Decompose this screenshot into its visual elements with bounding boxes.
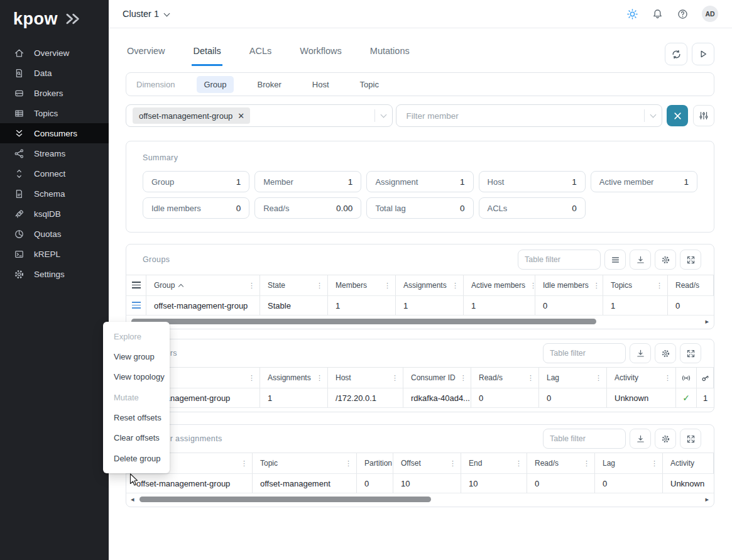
dimension-option-group[interactable]: Group [197, 76, 233, 93]
clear-filters-button[interactable] [667, 105, 688, 126]
members-download-button[interactable] [630, 343, 651, 363]
sidebar-item-schema[interactable]: Schema [0, 184, 109, 204]
groups-col-assignments[interactable]: Assignments⋮ [396, 275, 464, 296]
column-menu-icon[interactable]: ⋮ [248, 282, 255, 290]
column-menu-icon[interactable]: ⋮ [241, 459, 248, 468]
assignments-col-partition[interactable]: Partition [357, 453, 393, 474]
sidebar-item-settings[interactable]: Settings [0, 264, 109, 284]
members-col-consumer-id[interactable]: Consumer ID⋮ [403, 368, 471, 388]
tab-overview[interactable]: Overview [126, 46, 166, 64]
members-col-lag[interactable]: Lag⋮ [539, 368, 607, 388]
refresh-button[interactable] [665, 43, 687, 65]
dimension-option-topic[interactable]: Topic [353, 76, 386, 93]
group-filter-select[interactable]: offset-management-group ✕ [126, 104, 393, 127]
assignments-col-offset[interactable]: Offset⋮ [393, 453, 461, 474]
groups-columns-button[interactable] [604, 250, 626, 270]
members-col-activity[interactable]: Activity⋮ [607, 368, 676, 388]
context-menu-view-group[interactable]: View group [103, 346, 170, 367]
group-row-group[interactable]: offset-management-group [146, 296, 260, 316]
assignments-col-lag[interactable]: Lag⋮ [595, 453, 663, 474]
row-actions-icon[interactable] [132, 302, 141, 309]
groups-table-filter-input[interactable] [518, 250, 601, 270]
groups-download-button[interactable] [630, 250, 651, 270]
members-col-assignments[interactable]: Assignments⋮ [260, 368, 328, 388]
sidebar-item-connect[interactable]: Connect [0, 163, 109, 184]
column-menu-icon[interactable]: ⋮ [595, 374, 602, 382]
scroll-left-arrow[interactable]: ◂ [131, 495, 134, 503]
sidebar-item-quotas[interactable]: Quotas [0, 224, 109, 244]
column-menu-icon[interactable]: ⋮ [460, 374, 467, 382]
column-menu-icon[interactable]: ⋮ [345, 459, 352, 468]
column-menu-icon[interactable]: ⋮ [593, 282, 600, 290]
sidebar-item-streams[interactable]: Streams [0, 143, 109, 163]
sidebar-item-topics[interactable]: Topics [0, 103, 109, 123]
sidebar-item-overview[interactable]: Overview [0, 43, 109, 63]
members-col-acls[interactable] [697, 368, 714, 388]
dimension-option-host[interactable]: Host [305, 76, 336, 93]
assignments-download-button[interactable] [630, 429, 651, 449]
context-menu-delete-group[interactable]: Delete group [103, 448, 170, 469]
chevron-down-icon[interactable] [380, 111, 386, 118]
groups-col-members[interactable]: Members⋮ [328, 275, 396, 296]
assignments-col-activity[interactable]: Activity [663, 453, 714, 474]
groups-col-topics[interactable]: Topics⋮ [603, 275, 668, 296]
column-menu-icon[interactable]: ⋮ [527, 374, 534, 382]
column-menu-icon[interactable]: ⋮ [384, 282, 391, 290]
dimension-option-broker[interactable]: Broker [251, 76, 288, 93]
sidebar-item-data[interactable]: Data [0, 63, 109, 83]
tab-acls[interactable]: ACLs [248, 46, 273, 64]
user-avatar[interactable]: AD [702, 6, 718, 22]
context-menu-clear-offsets[interactable]: Clear offsets [103, 428, 170, 449]
column-menu-icon[interactable]: ⋮ [316, 282, 323, 290]
sidebar-item-ksqldb[interactable]: ksqlDB [0, 204, 109, 224]
groups-col-state[interactable]: State⋮ [260, 275, 328, 296]
theme-sun-icon[interactable] [626, 8, 638, 20]
column-menu-icon[interactable]: ⋮ [449, 459, 456, 468]
groups-col-group[interactable]: Group⋮ [146, 275, 260, 296]
member-filter-input[interactable] [400, 111, 645, 121]
column-menu-icon[interactable]: ⋮ [583, 459, 590, 468]
column-menu-icon[interactable]: ⋮ [651, 459, 658, 468]
scroll-right-arrow[interactable]: ▸ [705, 317, 709, 326]
column-menu-icon[interactable]: ⋮ [316, 374, 323, 382]
filter-settings-button[interactable] [693, 105, 714, 126]
members-col-host[interactable]: Host⋮ [328, 368, 403, 388]
column-menu-icon[interactable]: ⋮ [248, 374, 255, 382]
scrollbar-thumb[interactable] [139, 497, 431, 502]
column-menu-icon[interactable]: ⋮ [452, 282, 459, 290]
column-menu-icon[interactable]: ⋮ [391, 374, 398, 382]
member-filter-select[interactable] [396, 104, 663, 127]
notifications-bell-icon[interactable] [652, 8, 664, 20]
members-col-reads[interactable]: Read/s⋮ [471, 368, 539, 388]
tab-details[interactable]: Details [192, 46, 222, 66]
members-table-filter-input[interactable] [543, 343, 626, 363]
tab-mutations[interactable]: Mutations [369, 46, 411, 64]
scroll-right-arrow[interactable]: ▸ [705, 495, 709, 503]
cluster-selector[interactable]: Cluster 1 [123, 9, 169, 19]
tab-workflows[interactable]: Workflows [298, 46, 343, 64]
run-button[interactable] [692, 43, 714, 65]
assignment-row-group[interactable]: offset-management-group [126, 474, 253, 493]
context-menu-reset-offsets[interactable]: Reset offsets [103, 407, 170, 428]
kpow-logo[interactable]: kpow [0, 0, 109, 29]
sidebar-item-krepl[interactable]: kREPL [0, 244, 109, 264]
column-menu-icon[interactable]: ⋮ [656, 282, 663, 290]
sidebar-item-brokers[interactable]: Brokers [0, 83, 109, 103]
scrollbar-thumb[interactable] [131, 319, 596, 324]
context-menu-view-topology[interactable]: View topology [103, 367, 170, 388]
column-menu-icon[interactable]: ⋮ [664, 374, 671, 382]
assignments-table-filter-input[interactable] [543, 429, 626, 449]
chip-remove-icon[interactable]: ✕ [238, 112, 244, 120]
assignments-col-end[interactable]: End⋮ [461, 453, 527, 474]
assignments-col-reads[interactable]: Read/s⋮ [527, 453, 595, 474]
groups-settings-button[interactable] [655, 250, 676, 270]
groups-col-active-members[interactable]: Active members⋮ [464, 275, 535, 296]
groups-expand-button[interactable] [680, 250, 701, 270]
help-icon[interactable] [677, 8, 689, 20]
assignments-settings-button[interactable] [655, 429, 676, 449]
assignments-expand-button[interactable] [680, 429, 701, 449]
members-expand-button[interactable] [680, 343, 701, 363]
column-menu-icon[interactable]: ⋮ [530, 282, 535, 290]
assignments-col-topic[interactable]: Topic⋮ [253, 453, 357, 474]
chevron-down-icon[interactable] [650, 111, 657, 118]
